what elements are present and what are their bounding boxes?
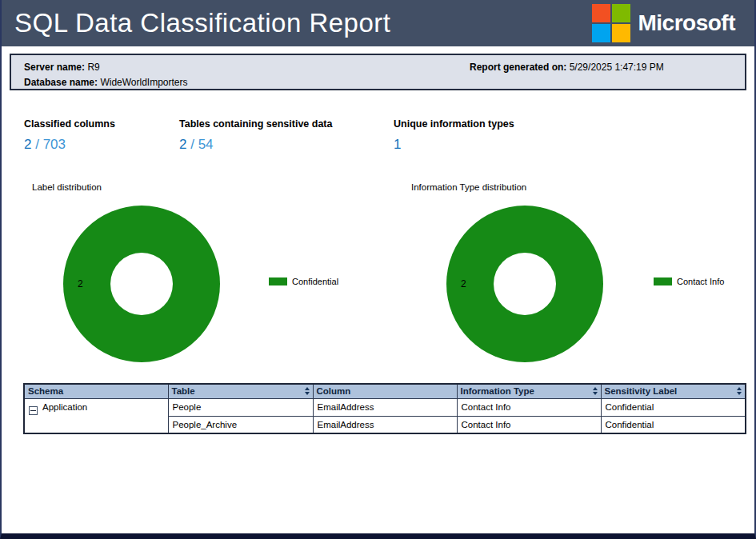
report-header: SQL Data Classification Report Microsoft — [2, 0, 754, 46]
information-type-distribution-legend: Contact Info — [654, 277, 724, 286]
legend-swatch-icon — [269, 277, 287, 285]
sort-icon[interactable] — [593, 387, 598, 395]
legend-swatch-icon — [654, 277, 672, 285]
stat-unique-info-types: Unique information types 1 — [394, 118, 514, 153]
table-name-cell: People_Archive — [168, 416, 313, 433]
logo-square-green — [612, 4, 630, 22]
column-header-label: Table — [172, 386, 195, 396]
stat-value: 1 — [394, 137, 514, 153]
report-generated-row: Report generated on: 5/29/2025 1:47:19 P… — [470, 60, 664, 75]
sensitivity-label-cell: Confidential — [601, 416, 746, 433]
column-header-schema: Schema — [24, 384, 168, 398]
donut-data-label: 2 — [461, 278, 466, 289]
stat-separator: / — [31, 137, 42, 152]
sensitivity-label-cell: Confidential — [601, 398, 746, 416]
sort-icon[interactable] — [305, 387, 310, 395]
database-name-label: Database name: — [24, 77, 98, 88]
column-name-cell: EmailAddress — [313, 416, 457, 433]
microsoft-logo-icon — [592, 4, 630, 42]
logo-square-yellow — [612, 24, 630, 42]
database-name-row: Database name: WideWorldImporters — [24, 75, 732, 90]
server-name-label: Server name: — [24, 62, 85, 73]
schema-name: Application — [42, 402, 87, 412]
table-row: Application People EmailAddress Contact … — [24, 398, 746, 416]
column-header-label: Information Type — [461, 386, 534, 396]
label-distribution-legend: Confidential — [269, 277, 338, 286]
logo-square-blue — [592, 24, 610, 42]
stat-classified-columns: Classified columns 2 / 703 — [24, 118, 115, 153]
table-name-cell: People — [168, 398, 313, 416]
legend-label: Confidential — [292, 277, 338, 286]
schema-group-cell: Application — [24, 398, 168, 433]
information-type-distribution-title: Information Type distribution — [411, 182, 526, 192]
column-header-sensitivity-label[interactable]: Sensitivity Label — [601, 384, 746, 398]
collapse-icon[interactable] — [29, 406, 38, 415]
stat-tables-sensitive: Tables containing sensitive data 2 / 54 — [179, 118, 333, 153]
stat-separator: / — [186, 137, 198, 152]
stat-label: Classified columns — [24, 118, 115, 130]
microsoft-brand: Microsoft — [592, 4, 736, 42]
stat-total: 54 — [198, 137, 214, 152]
stat-count: 1 — [394, 137, 401, 152]
label-distribution-donut-chart: 2 — [63, 206, 220, 362]
page-title: SQL Data Classification Report — [14, 8, 592, 38]
report-page: SQL Data Classification Report Microsoft… — [0, 0, 756, 539]
logo-square-red — [592, 4, 610, 22]
report-generated-value: 5/29/2025 1:47:19 PM — [570, 62, 664, 73]
table-header-row: Schema Table Column Information Type — [24, 384, 746, 398]
stat-label: Tables containing sensitive data — [179, 118, 333, 130]
information-type-distribution-donut-chart: 2 — [446, 206, 603, 362]
stat-label: Unique information types — [394, 118, 514, 130]
sort-icon[interactable] — [737, 387, 742, 395]
report-generated-label: Report generated on: — [470, 62, 566, 73]
stat-value: 2 / 54 — [179, 137, 333, 153]
information-type-cell: Contact Info — [457, 398, 601, 416]
column-header-information-type[interactable]: Information Type — [457, 384, 601, 398]
donut-data-label: 2 — [78, 278, 83, 289]
column-header-label: Schema — [28, 386, 63, 396]
classification-table: Schema Table Column Information Type — [23, 383, 746, 434]
stat-total: 703 — [43, 137, 66, 152]
server-name-value: R9 — [87, 62, 99, 73]
column-name-cell: EmailAddress — [313, 398, 457, 416]
information-type-cell: Contact Info — [457, 416, 601, 433]
label-distribution-title: Label distribution — [32, 182, 102, 192]
stat-value: 2 / 703 — [24, 137, 115, 153]
database-name-value: WideWorldImporters — [100, 77, 187, 88]
column-header-column: Column — [313, 384, 457, 398]
info-bar: Server name: R9 Database name: WideWorld… — [10, 54, 746, 90]
column-header-label: Sensitivity Label — [605, 386, 678, 396]
column-header-label: Column — [317, 386, 351, 396]
microsoft-wordmark: Microsoft — [638, 10, 736, 36]
legend-label: Contact Info — [677, 277, 724, 286]
column-header-table[interactable]: Table — [168, 384, 313, 398]
